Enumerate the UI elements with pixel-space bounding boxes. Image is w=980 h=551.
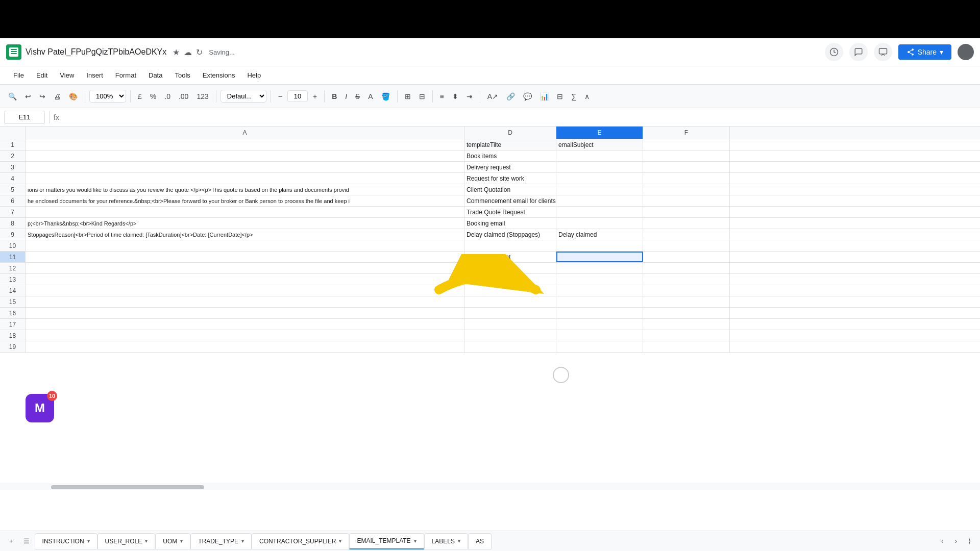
collapse-toolbar-button[interactable]: ∧	[581, 90, 593, 103]
row-num-2[interactable]: 2	[0, 151, 26, 161]
function-button[interactable]: ∑	[568, 90, 579, 103]
menu-tools[interactable]: Tools	[169, 69, 195, 81]
col-header-d[interactable]: D	[464, 127, 556, 139]
col-header-a[interactable]: A	[26, 127, 464, 139]
cell-a7[interactable]	[26, 207, 464, 217]
cell-a6[interactable]: he enclosed documents for your reference…	[26, 195, 464, 206]
menu-file[interactable]: File	[8, 69, 29, 81]
link-button[interactable]: 🔗	[503, 90, 518, 103]
cell-e11[interactable]	[556, 252, 643, 262]
cell-d13[interactable]	[464, 274, 556, 285]
percent-button[interactable]: %	[147, 90, 159, 103]
search-button[interactable]: 🔍	[5, 90, 20, 103]
cell-e1[interactable]: emailSubject	[556, 139, 643, 150]
menu-data[interactable]: Data	[143, 69, 167, 81]
cell-d5[interactable]: Client Quotation	[464, 184, 556, 195]
cell-f11[interactable]	[643, 252, 730, 262]
cell-d9[interactable]: Delay claimed (Stoppages)	[464, 229, 556, 240]
row-num-7[interactable]: 7	[0, 207, 26, 217]
row-num-17[interactable]: 17	[0, 319, 26, 330]
valign-button[interactable]: ⬍	[449, 90, 461, 103]
menu-extensions[interactable]: Extensions	[198, 69, 240, 81]
col-header-f[interactable]: F	[643, 127, 730, 139]
cell-d2[interactable]: Book items	[464, 151, 556, 161]
tab-next-button[interactable]: ›	[950, 533, 962, 549]
formula-input[interactable]	[63, 112, 976, 122]
row-num-11[interactable]: 11	[0, 252, 26, 262]
cell-a2[interactable]	[26, 151, 464, 161]
menu-help[interactable]: Help	[242, 69, 266, 81]
undo-button[interactable]: ↩	[22, 90, 34, 103]
cloud-icon[interactable]: ☁	[184, 47, 192, 57]
row-num-14[interactable]: 14	[0, 285, 26, 296]
tab-trade-type[interactable]: TRADE_TYPE ▾	[190, 533, 252, 549]
cell-f2[interactable]	[643, 151, 730, 161]
tab-instruction[interactable]: INSTRUCTION ▾	[35, 533, 97, 549]
cell-a5[interactable]: ions or matters you would like to discus…	[26, 184, 464, 195]
cell-d14[interactable]	[464, 285, 556, 296]
cell-d16[interactable]	[464, 308, 556, 318]
filter-button[interactable]: ⊟	[554, 90, 566, 103]
row-num-10[interactable]: 10	[0, 240, 26, 251]
cell-f10[interactable]	[643, 240, 730, 251]
cell-a8[interactable]: p;<br>Thanks&nbsp;<br>Kind Regards</p>	[26, 218, 464, 229]
row-num-9[interactable]: 9	[0, 229, 26, 240]
row-num-18[interactable]: 18	[0, 330, 26, 341]
tab-labels[interactable]: LABELS ▾	[424, 533, 468, 549]
cell-e7[interactable]	[556, 207, 643, 217]
cell-d15[interactable]	[464, 296, 556, 307]
cell-a10[interactable]	[26, 240, 464, 251]
cell-d3[interactable]: Delivery request	[464, 162, 556, 172]
cell-f8[interactable]	[643, 218, 730, 229]
menu-edit[interactable]: Edit	[31, 69, 53, 81]
row-num-16[interactable]: 16	[0, 308, 26, 318]
font-size-increase-button[interactable]: +	[310, 90, 320, 103]
add-sheet-button[interactable]: +	[4, 533, 18, 549]
cell-e2[interactable]	[556, 151, 643, 161]
cell-a15[interactable]	[26, 296, 464, 307]
currency-button[interactable]: £	[135, 90, 145, 103]
cell-e10[interactable]	[556, 240, 643, 251]
menu-format[interactable]: Format	[110, 69, 141, 81]
cell-f9[interactable]	[643, 229, 730, 240]
decimal-decrease-button[interactable]: .0	[161, 90, 174, 103]
row-num-5[interactable]: 5	[0, 184, 26, 195]
cell-d18[interactable]	[464, 330, 556, 341]
row-num-3[interactable]: 3	[0, 162, 26, 172]
tab-uom[interactable]: UOM ▾	[155, 533, 190, 549]
cell-f14[interactable]	[643, 285, 730, 296]
col-header-e[interactable]: E	[556, 127, 643, 139]
cell-e14[interactable]	[556, 285, 643, 296]
text-color-button[interactable]: A	[365, 90, 376, 103]
fill-color-button[interactable]: 🪣	[378, 90, 393, 103]
cell-d4[interactable]: Request for site work	[464, 173, 556, 184]
menu-view[interactable]: View	[55, 69, 79, 81]
cell-d10[interactable]	[464, 240, 556, 251]
cell-a3[interactable]	[26, 162, 464, 172]
share-button[interactable]: Share ▾	[898, 44, 951, 60]
row-num-6[interactable]: 6	[0, 195, 26, 206]
cell-e15[interactable]	[556, 296, 643, 307]
cell-a19[interactable]	[26, 341, 464, 352]
cell-a16[interactable]	[26, 308, 464, 318]
cell-d17[interactable]	[464, 319, 556, 330]
row-num-15[interactable]: 15	[0, 296, 26, 307]
comment-history-icon[interactable]	[825, 43, 843, 61]
cell-d6[interactable]: Commencement email for clients	[464, 195, 556, 206]
font-selector[interactable]: Defaul...	[220, 90, 266, 103]
cell-a4[interactable]	[26, 173, 464, 184]
notification-app-icon[interactable]: M 10	[26, 394, 54, 422]
italic-button[interactable]: I	[342, 90, 350, 103]
row-num-19[interactable]: 19	[0, 341, 26, 352]
star-icon[interactable]: ★	[173, 47, 180, 57]
cell-e3[interactable]	[556, 162, 643, 172]
cell-e16[interactable]	[556, 308, 643, 318]
cell-f1[interactable]	[643, 139, 730, 150]
cell-f5[interactable]	[643, 184, 730, 195]
row-num-8[interactable]: 8	[0, 218, 26, 229]
tab-email-template[interactable]: EMAIL_TEMPLATE ▾	[349, 533, 424, 549]
cell-e13[interactable]	[556, 274, 643, 285]
strikethrough-button[interactable]: S̶	[352, 90, 363, 103]
cell-e4[interactable]	[556, 173, 643, 184]
cell-e12[interactable]	[556, 263, 643, 273]
